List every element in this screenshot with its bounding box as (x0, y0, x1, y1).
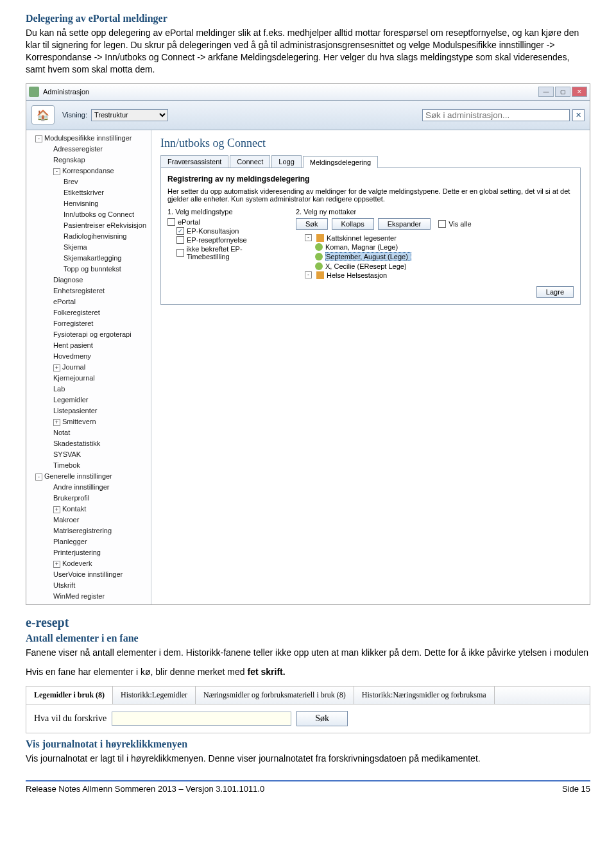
paragraph-visjournal: Vis journalnotat er lagt til i høyreklik… (26, 753, 590, 765)
mottaker-item[interactable]: -Kattskinnet legesenter (296, 234, 574, 243)
kollaps-button[interactable]: Kollaps (332, 218, 374, 230)
tree-item[interactable]: -Modulspesifikke innstillinger (26, 133, 151, 144)
tree-item[interactable]: +Kodeverk (26, 558, 151, 569)
legemidler-tab[interactable]: Historikk:Legemidler (113, 687, 196, 704)
tree-item[interactable]: Adresseregister (26, 144, 151, 155)
clear-search-button[interactable]: ✕ (572, 109, 585, 121)
tree-item[interactable]: Printerjustering (26, 547, 151, 558)
tree-item[interactable]: Brukerprofil (26, 493, 151, 504)
tree-item[interactable]: Hovedmeny (26, 351, 151, 362)
tree-item[interactable]: Matriseregistrering (26, 525, 151, 536)
home-icon[interactable] (31, 105, 55, 124)
tree-item[interactable]: Kjernejournal (26, 373, 151, 384)
tree-item[interactable]: SYSVAK (26, 449, 151, 460)
mottaker-item[interactable]: X, Cecilie (EResept Lege) (296, 262, 574, 271)
mottaker-tree: -Kattskinnet legesenterKoman, Magnar (Le… (296, 234, 574, 280)
meldingstype-checkbox[interactable] (176, 236, 184, 244)
tree-item[interactable]: Planlegger (26, 536, 151, 547)
tree-item[interactable]: Radiologihenvisning (26, 231, 151, 242)
tree-item[interactable]: WinMed register (26, 591, 151, 602)
paragraph-antall: Fanene viser nå antall elementer i dem. … (26, 647, 590, 659)
tree-item[interactable]: Legemidler (26, 395, 151, 405)
toolbar: Visning: Trestruktur ✕ (26, 101, 590, 130)
window-titlebar: Administrasjon — ▢ ✕ (26, 84, 590, 101)
mottaker-item[interactable]: September, August (Lege) (296, 252, 574, 262)
legemidler-tabs-screenshot: Legemidler i bruk (8)Historikk:Legemidle… (26, 686, 590, 733)
tree-item[interactable]: +Smittevern (26, 416, 151, 427)
paragraph-fetskrift: Hvis en fane har elementer i kø, blir de… (26, 666, 590, 678)
user-icon (315, 253, 323, 260)
tree-item[interactable]: UserVoice innstillinger (26, 569, 151, 580)
page-footer: Release Notes Allmenn Sommeren 2013 – Ve… (26, 780, 590, 794)
tree-item[interactable]: Andre innstillinger (26, 482, 151, 493)
paragraph-fetskrift-b: fet skrift. (248, 667, 286, 677)
tree-item[interactable]: -Korrespondanse (26, 166, 151, 176)
tree-item[interactable]: +Kontakt (26, 504, 151, 515)
section-heading-antall: Antall elementer i en fane (26, 633, 590, 644)
tree-item[interactable]: Diagnose (26, 275, 151, 286)
tree-item[interactable]: Inn/utboks og Connect (26, 209, 151, 220)
legemidler-tab[interactable]: Legemidler i bruk (8) (26, 687, 113, 704)
tree-item[interactable]: Folkeregisteret (26, 307, 151, 318)
tabs: FraværsassistentConnectLoggMeldingsdeleg… (160, 155, 581, 168)
ekspander-button[interactable]: Ekspander (378, 218, 431, 230)
tree-item[interactable]: Listepasienter (26, 405, 151, 416)
tree-item[interactable]: Brev (26, 176, 151, 187)
tree-item[interactable]: Enhetsregisteret (26, 286, 151, 296)
tree-item[interactable]: Makroer (26, 515, 151, 525)
meldingstype-label: EP-reseptfornyelse (187, 236, 247, 244)
forskrive-input[interactable] (112, 712, 291, 726)
meldingstype-checkbox[interactable] (176, 249, 184, 257)
section-heading-eresept: e-resept (26, 615, 590, 630)
tree-item[interactable]: Topp og bunntekst (26, 264, 151, 275)
window-minimize-button[interactable]: — (538, 87, 554, 97)
window-title: Administrasjon (43, 88, 89, 96)
tab-connect[interactable]: Connect (230, 155, 270, 167)
tree-item[interactable]: Pasientreiser eRekvisisjon (26, 220, 151, 231)
mottaker-item[interactable]: Koman, Magnar (Lege) (296, 243, 574, 252)
tree-item[interactable]: Etikettskriver (26, 187, 151, 198)
meldingstype-label: ikke bekreftet EP-Timebestilling (187, 245, 283, 260)
tree-item[interactable]: Regnskap (26, 155, 151, 166)
tree-item[interactable]: Henvisning (26, 198, 151, 209)
admin-window: Administrasjon — ▢ ✕ Visning: Trestruktu… (26, 83, 590, 605)
tab-meldingsdelegering[interactable]: Meldingsdelegering (303, 156, 378, 168)
search-button[interactable]: Søk (296, 218, 328, 230)
tree-item[interactable]: Skadestatistikk (26, 438, 151, 449)
tree-item[interactable]: Hent pasient (26, 340, 151, 351)
tree-item[interactable]: Notat (26, 427, 151, 438)
visning-select[interactable]: Trestruktur (91, 109, 168, 121)
admin-search-input[interactable] (422, 109, 570, 121)
window-close-button[interactable]: ✕ (572, 87, 587, 97)
user-icon (315, 243, 323, 251)
tree-item[interactable]: ePortal (26, 296, 151, 307)
meldingsdelegering-panel: Registrering av ny meldingsdelegering He… (160, 168, 581, 305)
content-panel: Inn/utboks og Connect FraværsassistentCo… (151, 130, 590, 604)
tab-fraværsassistent[interactable]: Fraværsassistent (160, 155, 228, 167)
meldingstype-checkbox[interactable] (176, 227, 184, 235)
tree-item[interactable]: Timebok (26, 460, 151, 471)
tree-item[interactable]: +Journal (26, 362, 151, 373)
tree-item[interactable]: Forregisteret (26, 318, 151, 329)
forskrive-search-button[interactable]: Søk (296, 711, 348, 726)
footer-right: Side 15 (562, 784, 590, 794)
panel-desc: Her setter du opp automatisk videresendi… (167, 187, 574, 203)
window-maximize-button[interactable]: ▢ (555, 87, 570, 97)
legemidler-tab[interactable]: Historikk:Næringsmidler og forbruksma (354, 687, 495, 704)
meldingstype-label: EP-Konsultasjon (187, 227, 239, 235)
tree-item[interactable]: Skjemakartlegging (26, 253, 151, 264)
tree-item[interactable]: -Generelle innstillinger (26, 471, 151, 482)
tree-item[interactable]: Fysioterapi og ergoterapi (26, 329, 151, 340)
tab-logg[interactable]: Logg (271, 155, 301, 167)
tree-item[interactable]: Lab (26, 384, 151, 395)
panel-title: Registrering av ny meldingsdelegering (167, 175, 574, 184)
house-icon (316, 234, 324, 242)
legemidler-tab[interactable]: Næringsmidler og forbruksmateriell i bru… (196, 687, 354, 704)
tree-item[interactable]: Utskrift (26, 580, 151, 591)
section-heading-visjournal: Vis journalnotat i høyreklikkmenyen (26, 738, 590, 750)
tree-item[interactable]: Skjema (26, 242, 151, 253)
vis-alle-checkbox[interactable] (438, 220, 446, 228)
lagre-button[interactable]: Lagre (536, 286, 574, 298)
mottaker-item[interactable]: -Helse Helsestasjon (296, 271, 574, 280)
meldingstype-checkbox[interactable] (167, 218, 175, 226)
